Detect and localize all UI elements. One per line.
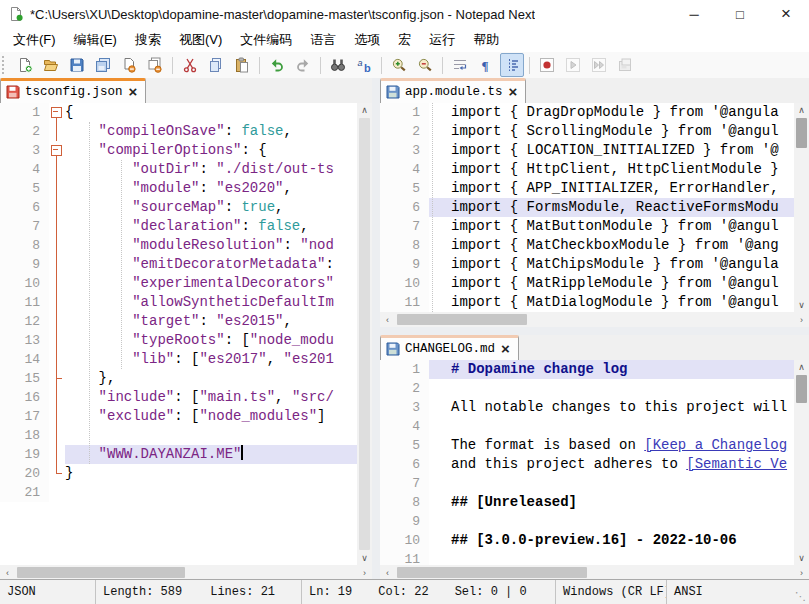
resize-grip[interactable]: ⋱	[790, 579, 809, 604]
scroll-left-icon[interactable]: ‹	[0, 565, 15, 580]
code-line-6[interactable]: 6import { FormsModule, ReactiveFormsModu	[380, 198, 794, 217]
code-line-18[interactable]: 18	[0, 426, 357, 445]
code-line-7[interactable]: 7import { MatButtonModule } from '@angul	[380, 217, 794, 236]
fold-collapse-icon[interactable]	[49, 103, 65, 122]
code-line-9[interactable]: 9import { MatChipsModule } from '@angula	[380, 255, 794, 274]
code-line-7[interactable]: 7	[380, 474, 794, 493]
scrollbar-thumb[interactable]	[17, 567, 185, 578]
scroll-left-icon[interactable]: ‹	[380, 312, 395, 327]
code-line-11[interactable]: 11import { MatDialogModule } from '@angu…	[380, 293, 794, 312]
vertical-splitter[interactable]	[372, 78, 380, 580]
code-line-8[interactable]: 8## [Unreleased]	[380, 493, 794, 512]
scrollbar-thumb[interactable]	[796, 118, 807, 148]
undo-button[interactable]	[265, 53, 289, 77]
menu-item-3[interactable]: 搜索	[126, 28, 170, 52]
scrollbar-thumb[interactable]	[359, 118, 370, 550]
status-eol-format[interactable]: Windows (CR LF)	[556, 580, 667, 604]
scroll-up-icon[interactable]: ∧	[357, 103, 372, 117]
scroll-down-icon[interactable]: ∨	[357, 551, 372, 565]
close-button[interactable]: ×	[763, 0, 809, 28]
code-line-5[interactable]: 5The format is based on [Keep a Changelo…	[380, 436, 794, 455]
close-file-button[interactable]	[117, 53, 141, 77]
horizontal-scrollbar[interactable]: ‹ ›	[380, 565, 809, 580]
scroll-down-icon[interactable]: ∨	[794, 298, 809, 312]
scrollbar-track[interactable]	[395, 312, 794, 327]
code-line-8[interactable]: 8import { MatCheckboxModule } from '@ang	[380, 236, 794, 255]
scroll-right-icon[interactable]: ›	[357, 565, 372, 580]
code-line-3[interactable]: 3 "compilerOptions": {	[0, 141, 357, 160]
scrollbar-thumb[interactable]	[397, 567, 587, 578]
code-line-1[interactable]: 1# Dopamine change log	[380, 360, 794, 379]
status-encoding[interactable]: ANSI	[667, 580, 790, 604]
tab-close-icon[interactable]: ×	[128, 86, 139, 98]
code-line-1[interactable]: 1{	[0, 103, 357, 122]
tab-app-module[interactable]: app.module.ts ×	[380, 78, 526, 103]
menu-item-1[interactable]: 文件(F)	[4, 28, 65, 52]
code-line-10[interactable]: 10 "experimentalDecorators"	[0, 274, 357, 293]
editor-app-module[interactable]: 1import { DragDropModule } from '@angula…	[380, 103, 809, 312]
menu-item-9[interactable]: 运行	[420, 28, 464, 52]
code-line-2[interactable]: 2 "compileOnSave": false,	[0, 122, 357, 141]
scroll-up-icon[interactable]: ∧	[794, 103, 809, 117]
zoom-out-button[interactable]	[413, 53, 437, 77]
vertical-scrollbar[interactable]: ∧ ∨	[357, 103, 372, 565]
code-line-4[interactable]: 4	[380, 417, 794, 436]
horizontal-scrollbar[interactable]: ‹ ›	[380, 312, 809, 327]
menu-item-10[interactable]: 帮助	[464, 28, 508, 52]
code-line-12[interactable]: 12 "target": "es2015",	[0, 312, 357, 331]
zoom-in-button[interactable]	[387, 53, 411, 77]
code-line-2[interactable]: 2import { ScrollingModule } from '@angul	[380, 122, 794, 141]
scroll-right-icon[interactable]: ›	[794, 565, 809, 580]
editor-tsconfig[interactable]: 1{2 "compileOnSave": false,3 "compilerOp…	[0, 103, 372, 565]
code-line-16[interactable]: 16 "include": ["main.ts", "src/	[0, 388, 357, 407]
cut-button[interactable]	[178, 53, 202, 77]
save-all-button[interactable]	[91, 53, 115, 77]
scroll-down-icon[interactable]: ∨	[794, 551, 809, 565]
tab-close-icon[interactable]: ×	[508, 86, 519, 98]
copy-button[interactable]	[204, 53, 228, 77]
word-wrap-button[interactable]	[448, 53, 472, 77]
code-line-10[interactable]: 10import { MatRippleModule } from '@angu…	[380, 274, 794, 293]
code-line-2[interactable]: 2	[380, 379, 794, 398]
menu-item-8[interactable]: 宏	[389, 28, 420, 52]
code-line-1[interactable]: 1import { DragDropModule } from '@angula	[380, 103, 794, 122]
code-line-15[interactable]: 15 },	[0, 369, 357, 388]
code-line-3[interactable]: 3All notable changes to this project wil…	[380, 398, 794, 417]
code-line-14[interactable]: 14 "lib": ["es2017", "es201	[0, 350, 357, 369]
macro-record-button[interactable]	[535, 53, 559, 77]
code-line-5[interactable]: 5import { APP_INITIALIZER, ErrorHandler,	[380, 179, 794, 198]
code-line-4[interactable]: 4 "outDir": "./dist/out-ts	[0, 160, 357, 179]
scrollbar-thumb[interactable]	[796, 375, 807, 403]
code-line-17[interactable]: 17 "exclude": ["node_modules"]	[0, 407, 357, 426]
tab-changelog[interactable]: CHANGELOG.md ×	[380, 335, 519, 360]
minimize-button[interactable]: ─	[671, 0, 717, 28]
scroll-left-icon[interactable]: ‹	[380, 565, 395, 580]
editor-changelog[interactable]: 1# Dopamine change log23All notable chan…	[380, 360, 809, 565]
save-file-button[interactable]	[65, 53, 89, 77]
scrollbar-track[interactable]	[15, 565, 357, 580]
new-file-button[interactable]	[13, 53, 37, 77]
status-language[interactable]: JSON	[0, 580, 96, 604]
horizontal-splitter[interactable]	[380, 327, 809, 335]
code-line-19[interactable]: 19 "WWW.DAYANZAI.ME"	[0, 445, 357, 464]
paste-button[interactable]	[230, 53, 254, 77]
code-line-4[interactable]: 4import { HttpClient, HttpClientModule }	[380, 160, 794, 179]
code-line-5[interactable]: 5 "module": "es2020",	[0, 179, 357, 198]
code-line-3[interactable]: 3import { LOCATION_INITIALIZED } from '@	[380, 141, 794, 160]
code-line-9[interactable]: 9 "emitDecoratorMetadata":	[0, 255, 357, 274]
code-line-11[interactable]: 11	[380, 550, 794, 565]
code-line-9[interactable]: 9	[380, 512, 794, 531]
menu-item-7[interactable]: 选项	[345, 28, 389, 52]
scrollbar-track[interactable]	[395, 565, 794, 580]
redo-button[interactable]	[291, 53, 315, 77]
code-line-7[interactable]: 7 "declaration": false,	[0, 217, 357, 236]
tab-tsconfig[interactable]: tsconfig.json ×	[0, 78, 146, 103]
menu-item-2[interactable]: 编辑(E)	[65, 28, 126, 52]
code-line-11[interactable]: 11 "allowSyntheticDefaultIm	[0, 293, 357, 312]
menu-item-4[interactable]: 视图(V)	[170, 28, 231, 52]
find-button[interactable]	[326, 53, 350, 77]
vertical-scrollbar[interactable]: ∧ ∨	[794, 103, 809, 312]
maximize-button[interactable]: □	[717, 0, 763, 28]
menu-item-6[interactable]: 语言	[301, 28, 345, 52]
fold-collapse-icon[interactable]	[49, 141, 65, 160]
